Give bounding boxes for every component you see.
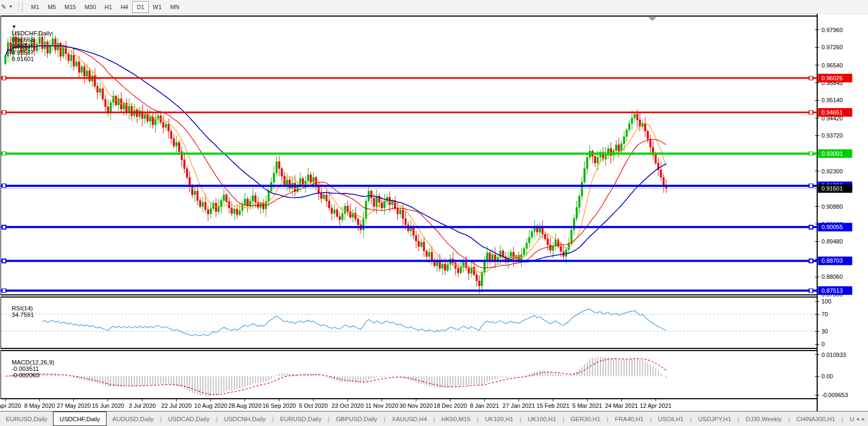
svg-text:0.91601: 0.91601 [821,185,843,192]
svg-text:0.88703: 0.88703 [821,257,843,264]
ohlc-low: 0.91587 [12,49,34,56]
svg-text:24 Mar 2021: 24 Mar 2021 [605,402,638,409]
svg-text:3 Jul 2020: 3 Jul 2020 [128,402,156,409]
svg-text:0: 0 [821,341,825,347]
chart-tab-hk50-m15[interactable]: HK50,M15 [436,412,476,426]
toolbar-grip[interactable] [21,2,24,12]
svg-text:0.97960: 0.97960 [821,27,843,33]
main-panel [1,16,818,295]
chart-tab-china300-h1[interactable]: CHINA300,H1 [790,412,841,426]
chart-window[interactable]: ▼ USDCHF,Daily 0.91663 0.91745 0.91587 0… [0,14,868,411]
hline-price-label: 0.96026 [818,74,852,82]
chart-tab-usdchf-daily[interactable]: USDCHF,Daily [53,411,106,426]
timeframe-button-h1[interactable]: H1 [100,1,116,13]
svg-text:0.90055: 0.90055 [821,224,843,230]
svg-text:23 Oct 2020: 23 Oct 2020 [332,402,364,409]
svg-text:10 Aug 2020: 10 Aug 2020 [194,402,227,409]
timeframe-button-m1[interactable]: M1 [27,1,43,13]
svg-text:0.87513: 0.87513 [821,287,843,294]
chart-tab-usdjpy-h1[interactable]: USDJPY,H1 [692,412,737,426]
svg-text:0.88060: 0.88060 [821,273,843,280]
macd-name: MACD(12,26,9) [12,359,55,366]
hline-price-label: 0.88703 [818,256,852,265]
macd-panel [1,351,818,399]
chart-tab-gbpusd-daily[interactable]: GBPUSD,Daily [330,412,383,426]
svg-text:18 Dec 2020: 18 Dec 2020 [433,402,467,409]
chart-tab-usdcnh-daily[interactable]: USDCNH,Daily [218,412,271,426]
current-price-label: 0.91601 [818,184,852,193]
svg-text:8 Jan 2021: 8 Jan 2021 [470,402,499,409]
svg-text:0.00: 0.00 [821,373,833,379]
top-toolbar: ✎ ▼ M1M5M15M30H1H4D1W1MN [0,0,868,14]
svg-text:20 Apr 2020: 20 Apr 2020 [0,402,21,409]
hline-price-label: 0.87513 [818,286,852,295]
timeframe-button-m15[interactable]: M15 [60,1,80,13]
chart-tab-ger30-h1[interactable]: GER30,H1 [565,412,606,426]
timeframe-button-d1[interactable]: D1 [132,1,148,13]
svg-text:11 Nov 2020: 11 Nov 2020 [366,402,399,409]
svg-text:16 Sep 2020: 16 Sep 2020 [262,402,295,409]
svg-text:27 Jan 2021: 27 Jan 2021 [502,402,535,409]
svg-text:0.96540: 0.96540 [821,62,843,69]
svg-text:5 Oct 2020: 5 Oct 2020 [299,402,328,409]
timeframe-button-m30[interactable]: M30 [80,1,100,13]
chart-tab-eurusd-daily[interactable]: EURUSD,Daily [274,412,327,426]
chart-tab-fra40-h1[interactable]: FRA40,H1 [609,412,650,426]
svg-text:15 Jun 2020: 15 Jun 2020 [92,402,125,409]
svg-text:-0.009653: -0.009653 [821,392,848,398]
rsi-label: RSI(14) 34.7591 [5,299,34,324]
date-axis: 20 Apr 20208 May 202027 May 202015 Jun 2… [0,399,672,409]
timeframe-button-m5[interactable]: M5 [43,1,60,13]
svg-text:5 Mar 2021: 5 Mar 2021 [572,402,602,409]
rsi-panel [1,297,818,348]
svg-text:30 Nov 2020: 30 Nov 2020 [399,402,432,409]
timeframe-button-group: M1M5M15M30H1H4D1W1MN [27,1,184,13]
svg-text:30: 30 [821,328,828,334]
ohlc-high: 0.91745 [12,43,34,49]
svg-text:0.93720: 0.93720 [821,132,843,139]
macd-signal-value: -0.002063 [12,372,40,378]
svg-text:0.94651: 0.94651 [821,109,843,116]
hline-price-label: 0.93001 [818,149,852,158]
price-chart-canvas[interactable]: 0.979600.972600.965400.958400.951400.944… [0,14,868,411]
toolbar-separator [18,2,19,12]
chart-tab-eurusd-daily[interactable]: EURUSD,Daily [0,412,53,426]
svg-text:0.93001: 0.93001 [821,150,843,157]
svg-text:0.92300: 0.92300 [821,168,843,174]
hline-price-label: 0.94651 [818,108,852,117]
svg-text:0.90880: 0.90880 [821,203,843,210]
hline-price-label: 0.90055 [818,223,852,231]
tab-scroll-right-button[interactable]: ▸ [862,416,865,422]
chart-tab-dj30-weekly[interactable]: DJ30,Weekly [740,412,788,426]
svg-text:0.97260: 0.97260 [821,44,843,50]
svg-text:15 Feb 2021: 15 Feb 2021 [536,402,569,409]
chart-tab-usdcad-daily[interactable]: USDCAD,Daily [162,412,215,426]
macd-label: MACD(12,26,9) -0.003511 -0.002063 [5,353,55,385]
ohlc-close: 0.91601 [12,56,34,62]
dropdown-arrow-icon[interactable]: ▼ [9,4,13,9]
svg-text:28 Aug 2020: 28 Aug 2020 [229,402,262,409]
chart-tab-uk100-h1[interactable]: UK100,H1 [479,412,519,426]
svg-text:0.96026: 0.96026 [821,75,843,81]
svg-text:12 Apr 2021: 12 Apr 2021 [640,402,672,409]
svg-text:0.89480: 0.89480 [821,238,843,245]
chart-tab-uk100-h1[interactable]: UK100,H1 [522,412,562,426]
chart-tab-usoil-h1[interactable]: USOil,H1 [652,412,690,426]
chart-tab-audusd-daily[interactable]: AUDUSD,Daily [106,412,159,426]
chart-symbol-label: USDCHF,Daily [12,30,52,36]
tab-scroll-left-button[interactable]: ◂ [856,416,859,422]
chart-collapse-icon[interactable]: ▼ [12,24,17,29]
chart-tab-xauusd-h4[interactable]: XAUUSD,H4 [386,412,433,426]
timeframe-button-mn[interactable]: MN [166,1,184,13]
svg-text:8 May 2020: 8 May 2020 [24,402,55,409]
timeframe-button-w1[interactable]: W1 [149,1,166,13]
rsi-name: RSI(14) [12,305,33,311]
svg-text:70: 70 [821,311,828,317]
draw-tool-icon[interactable]: ✎ [1,3,6,11]
timeframe-button-h4[interactable]: H4 [116,1,132,13]
svg-text:0.95140: 0.95140 [821,97,843,103]
chart-tab-bar: EURUSD,DailyUSDCHF,DailyAUDUSD,Daily|USD… [0,411,868,426]
macd-main-value: -0.003511 [12,366,39,372]
rsi-value: 34.7591 [12,311,34,318]
svg-text:0.010933: 0.010933 [821,352,846,358]
